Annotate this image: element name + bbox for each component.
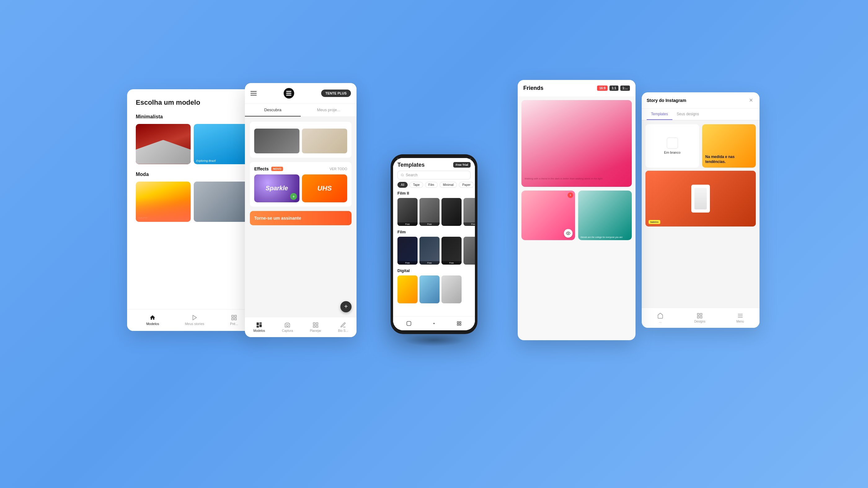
aspect-1-1[interactable]: 1:1 — [610, 86, 618, 91]
tmpl-digital-2[interactable] — [420, 275, 440, 303]
tmpl-film-ii-2[interactable]: Free — [420, 198, 440, 226]
tmpl-digital-3[interactable] — [441, 275, 462, 303]
svg-rect-5 — [257, 322, 259, 325]
chip-all[interactable]: All — [397, 182, 408, 188]
preview-button[interactable] — [564, 229, 572, 238]
app-nav-label-planejar: Planejar — [310, 329, 321, 332]
panel-left-title: Escolha um modelo — [136, 99, 249, 106]
add-float-btn[interactable]: + — [340, 301, 351, 312]
story-nav-menu[interactable]: Menu — [736, 313, 744, 323]
friends-content: Walking with a friend in the dark is bet… — [518, 96, 636, 244]
chip-film[interactable]: Film — [425, 182, 438, 188]
svg-rect-20 — [457, 324, 459, 325]
section-digital: Digital — [393, 268, 475, 275]
nav-item-modelos[interactable]: Modelos — [146, 315, 159, 326]
template-grid-moda: Autumn — [136, 182, 249, 222]
free-label-f2: Free — [420, 261, 440, 265]
discover-img-2 — [302, 129, 347, 153]
story-card-orange[interactable]: baleiro — [645, 171, 756, 227]
story-home-icon — [657, 313, 663, 319]
free-trial-badge[interactable]: Free Trial — [453, 162, 471, 168]
story-nav-label-menu: Menu — [736, 320, 744, 323]
free-label-1: Free — [397, 223, 417, 226]
free-label-4: Free — [463, 223, 475, 226]
story-tab-templates[interactable]: Templates — [647, 109, 672, 120]
aspect-16-9[interactable]: 16:9 — [597, 86, 608, 91]
phone-back-btn[interactable] — [406, 320, 412, 327]
story-title: Story do Instagram — [647, 98, 686, 103]
assinante-section[interactable]: Torne-se um assinante — [250, 211, 351, 225]
home-icon — [149, 315, 156, 321]
tmpl-film-1[interactable]: Free — [397, 237, 417, 265]
nav-item-stories[interactable]: Meus stories — [185, 315, 204, 326]
search-icon — [401, 173, 404, 176]
search-placeholder: Search — [406, 173, 417, 177]
svg-rect-16 — [407, 321, 411, 325]
app-nav-bio[interactable]: Bio S... — [338, 322, 348, 332]
scene: Escolha um modelo Minimalista Exploring … — [294, 74, 574, 415]
friends-large-img — [521, 100, 632, 187]
story-header: Story do Instagram ✕ — [642, 92, 760, 109]
app-nav-planejar[interactable]: Planejar — [310, 322, 321, 332]
story-card-yellow[interactable]: Na medida e nas tendências. — [702, 124, 756, 168]
svg-rect-18 — [457, 322, 459, 323]
hamburger-line-2 — [250, 93, 257, 94]
aspect-9[interactable]: 1:... — [620, 86, 630, 91]
svg-rect-12 — [313, 325, 315, 327]
sparkle-plus-btn[interactable]: + — [290, 193, 297, 200]
svg-rect-13 — [316, 325, 318, 327]
templates-header: Templates Free Trial — [393, 158, 475, 171]
effect-sparkle-card[interactable]: Sparkle + — [254, 174, 300, 202]
template-card-fashion-yellow[interactable]: Autumn — [136, 182, 191, 222]
effect-uhs-card[interactable]: UHS — [302, 174, 347, 202]
film-ii-scroll: Free Free Free — [393, 198, 475, 230]
tmpl-film-ii-1[interactable]: Free — [397, 198, 417, 226]
story-tab-designs[interactable]: Seus designs — [672, 109, 703, 120]
story-nav-designs[interactable]: Designs — [694, 313, 705, 323]
tmpl-film-3[interactable]: Free — [441, 237, 462, 265]
template-card-blue[interactable]: Exploring Brazil — [194, 124, 249, 164]
story-card-em-branco[interactable]: Em branco — [645, 124, 699, 168]
phone-home-icon — [432, 321, 436, 326]
phone-grid-btn[interactable] — [456, 320, 462, 327]
nav-item-pre[interactable]: Pré... — [230, 315, 238, 326]
tab-descubra[interactable]: Descubra — [245, 104, 301, 117]
grid-nav-icon — [231, 315, 237, 321]
friends-photo-large: Walking with a friend in the dark is bet… — [521, 100, 632, 187]
phone-home-btn[interactable] — [431, 320, 437, 327]
tmpl-film-ii-4[interactable]: Free — [463, 198, 475, 226]
template-img-gray — [194, 182, 249, 222]
effect-sparkle-bg: Sparkle + — [254, 174, 300, 202]
app-nav-modelos[interactable]: Modelos — [253, 322, 265, 332]
effects-section: Effects NOVO VER TODO Sparkle + UHS — [250, 162, 351, 207]
story-nav-home[interactable]: ... — [657, 313, 663, 323]
story-close-btn[interactable]: ✕ — [747, 97, 754, 104]
chip-minimal[interactable]: Minimal — [440, 182, 457, 188]
tab-meus-projetos[interactable]: Meus proje... — [301, 104, 356, 117]
template-card-mountain[interactable] — [136, 124, 191, 164]
template-card-gray[interactable] — [194, 182, 249, 222]
tmpl-film-2[interactable]: Free — [420, 237, 440, 265]
tmpl-film-4[interactable] — [463, 237, 475, 265]
chip-tape[interactable]: Tape — [409, 182, 423, 188]
templates-search-bar[interactable]: Search — [397, 171, 471, 180]
app-nav-captura[interactable]: Captura — [282, 322, 293, 332]
tmpl-film-ii-3[interactable] — [441, 198, 462, 226]
svg-rect-1 — [232, 316, 234, 317]
hamburger-menu[interactable] — [250, 91, 257, 95]
hamburger-line-3 — [250, 95, 257, 95]
free-label-f1: Free — [397, 261, 417, 265]
modelos-icon — [256, 322, 262, 328]
app-content: Effects NOVO VER TODO Sparkle + UHS — [245, 117, 356, 327]
chip-paper[interactable]: Paper — [459, 182, 474, 188]
panel-left-models: Escolha um modelo Minimalista Exploring … — [127, 89, 257, 331]
app-nav-label-captura: Captura — [282, 329, 293, 332]
product-label: baleiro — [649, 219, 753, 224]
tente-plus-button[interactable]: TENTE PLUS — [321, 90, 351, 97]
tmpl-digital-1[interactable] — [397, 275, 417, 303]
ver-todo-link[interactable]: VER TODO — [330, 167, 347, 171]
discover-section — [250, 122, 351, 158]
story-menu-icon — [737, 313, 743, 319]
story-tabs: Templates Seus designs — [642, 109, 760, 121]
svg-point-9 — [286, 324, 289, 326]
